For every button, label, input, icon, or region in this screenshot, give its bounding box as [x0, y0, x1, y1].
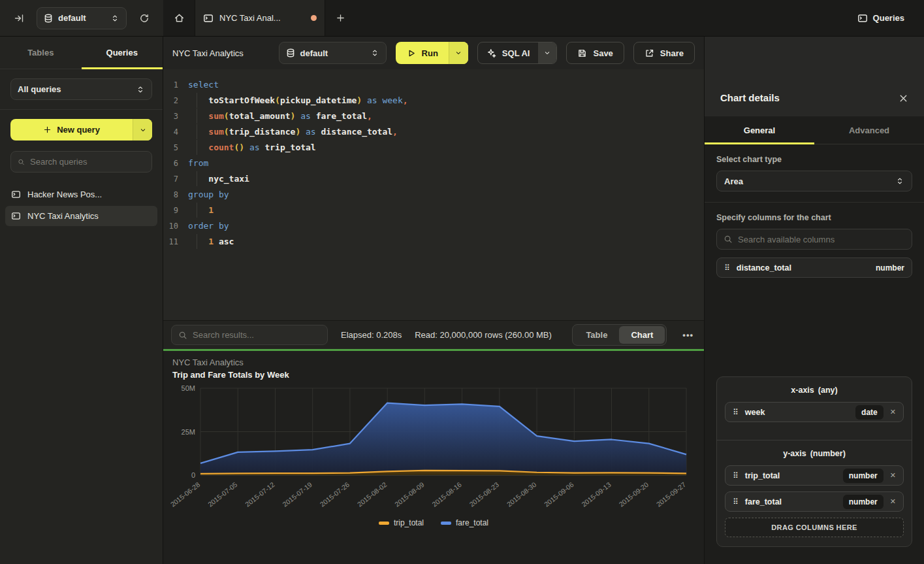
new-query-button[interactable]: New query: [10, 119, 152, 141]
column-type-badge: number: [876, 263, 904, 273]
sidebar-tabs: Tables Queries: [0, 37, 163, 69]
sidebar-tab-tables[interactable]: Tables: [0, 37, 82, 69]
run-label: Run: [422, 48, 438, 58]
query-filter-value: All queries: [18, 84, 131, 94]
new-query-label: New query: [57, 125, 100, 135]
sidebar-tab-queries[interactable]: Queries: [82, 37, 163, 69]
line-number: 11: [163, 234, 188, 250]
svg-text:2015-08-30: 2015-08-30: [505, 480, 538, 508]
drag-handle-icon[interactable]: ⠿: [733, 408, 739, 416]
code-text: group by: [188, 187, 229, 203]
column-chip-distance_total[interactable]: ⠿distance_totalnumber: [716, 257, 912, 278]
line-number: 8: [163, 187, 188, 203]
view-toggle-table[interactable]: Table: [574, 326, 619, 344]
new-query-dropdown[interactable]: [133, 119, 152, 141]
column-chip-week[interactable]: ⠿weekdate✕: [725, 402, 904, 422]
drag-columns-drop-zone[interactable]: DRAG COLUMNS HERE: [725, 518, 904, 537]
code-text: toStartOfWeek(pickup_datetime) as week,: [188, 93, 408, 108]
svg-text:2015-09-13: 2015-09-13: [580, 480, 613, 508]
legend-item-trip_total[interactable]: trip_total: [379, 518, 424, 527]
tab-title: NYC Taxi Anal...: [219, 13, 305, 23]
tab-advanced[interactable]: Advanced: [814, 116, 924, 144]
chart-type-select[interactable]: Area: [716, 171, 912, 191]
svg-text:0: 0: [191, 471, 195, 479]
home-tab-button[interactable]: [163, 0, 195, 36]
remove-column-icon[interactable]: ✕: [890, 471, 896, 480]
column-type-badge: number: [843, 469, 884, 483]
column-chip-fare_total[interactable]: ⠿fare_totalnumber✕: [725, 491, 904, 512]
svg-text:2015-09-20: 2015-09-20: [617, 480, 650, 508]
drag-handle-icon[interactable]: ⠿: [733, 472, 739, 480]
search-queries-input[interactable]: [30, 157, 145, 167]
chart-subtitle: Trip and Fare Totals by Week: [172, 370, 703, 380]
close-icon[interactable]: [899, 93, 908, 103]
sql-editor[interactable]: 1select2 toStartOfWeek(pickup_datetime) …: [163, 69, 704, 320]
editor-database-value: default: [300, 48, 365, 58]
chart-details-tabs: General Advanced: [705, 116, 924, 144]
play-icon: [406, 48, 416, 58]
code-line: 8group by: [163, 187, 704, 203]
read-stat: Read: 20,000,000 rows (260.00 MB): [415, 330, 552, 340]
drag-handle-icon[interactable]: ⠿: [733, 498, 739, 506]
sql-ai-label: SQL AI: [502, 48, 530, 58]
editor-database-selector[interactable]: default: [279, 42, 387, 64]
view-toggle-chart[interactable]: Chart: [619, 326, 665, 344]
code-line: 1select: [163, 77, 704, 93]
select-updown-icon: [110, 14, 119, 23]
search-columns-input[interactable]: [738, 235, 905, 244]
svg-text:2015-07-12: 2015-07-12: [244, 480, 276, 508]
top-bar-left: default: [0, 0, 163, 36]
drag-handle-icon[interactable]: ⠿: [724, 264, 730, 272]
chart-details-header: Chart details: [705, 37, 924, 116]
queries-button[interactable]: Queries: [851, 9, 911, 27]
code-line: 5 count() as trip_total: [163, 140, 704, 156]
legend-item-fare_total[interactable]: fare_total: [441, 518, 488, 527]
select-updown-icon: [895, 176, 904, 186]
y-axis-title: y-axis: [783, 449, 806, 458]
columns-label: Specify columns for the chart: [716, 213, 912, 222]
query-filter-select[interactable]: All queries: [10, 78, 152, 100]
collapse-sidebar-icon[interactable]: [9, 8, 29, 28]
refresh-icon[interactable]: [135, 8, 154, 28]
sparkles-icon: [486, 48, 496, 58]
share-button[interactable]: Share: [633, 42, 695, 64]
run-button[interactable]: Run: [396, 42, 468, 64]
save-icon: [577, 48, 587, 58]
chart-plot[interactable]: 025M50M2015-06-282015-07-052015-07-12201…: [165, 382, 702, 517]
column-name: week: [745, 408, 849, 417]
x-axis-title: x-axis: [791, 386, 814, 395]
code-line: 10order by: [163, 218, 704, 234]
tab-nyc-taxi-analytics[interactable]: NYC Taxi Anal...: [195, 0, 325, 36]
chart-type-label: Select chart type: [716, 155, 912, 164]
remove-column-icon[interactable]: ✕: [890, 497, 896, 506]
main-pane: NYC Taxi Analytics default Run: [163, 37, 704, 564]
query-list-item[interactable]: NYC Taxi Analytics: [5, 206, 157, 226]
plus-icon: [43, 125, 52, 134]
top-bar-right: Queries: [851, 0, 924, 36]
column-name: fare_total: [745, 497, 836, 506]
column-chip-trip_total[interactable]: ⠿trip_totalnumber✕: [725, 465, 904, 486]
save-button[interactable]: Save: [566, 42, 624, 64]
y-axis-constraint: (number): [810, 449, 846, 458]
search-results-input[interactable]: [193, 330, 321, 340]
sql-ai-button[interactable]: SQL AI: [477, 42, 558, 64]
more-options-icon[interactable]: •••: [680, 330, 696, 340]
chevron-down-icon: [454, 49, 462, 57]
svg-text:2015-07-05: 2015-07-05: [206, 480, 239, 508]
svg-text:2015-06-28: 2015-06-28: [169, 480, 202, 508]
legend-swatch: [379, 522, 389, 525]
remove-column-icon[interactable]: ✕: [890, 408, 896, 416]
new-tab-button[interactable]: [325, 0, 355, 36]
select-updown-icon: [370, 48, 379, 58]
chevron-down-icon: [543, 49, 551, 57]
tab-general[interactable]: General: [705, 116, 814, 144]
legend-label: fare_total: [456, 518, 488, 527]
home-icon: [174, 12, 185, 24]
chart-legend: trip_totalfare_total: [165, 518, 703, 527]
query-list-item[interactable]: Hacker News Pos...: [5, 184, 157, 205]
legend-label: trip_total: [394, 518, 424, 527]
topbar-database-selector[interactable]: default: [37, 7, 127, 29]
search-icon: [18, 158, 25, 167]
sql-ai-dropdown[interactable]: [538, 42, 556, 63]
run-dropdown[interactable]: [449, 42, 468, 64]
